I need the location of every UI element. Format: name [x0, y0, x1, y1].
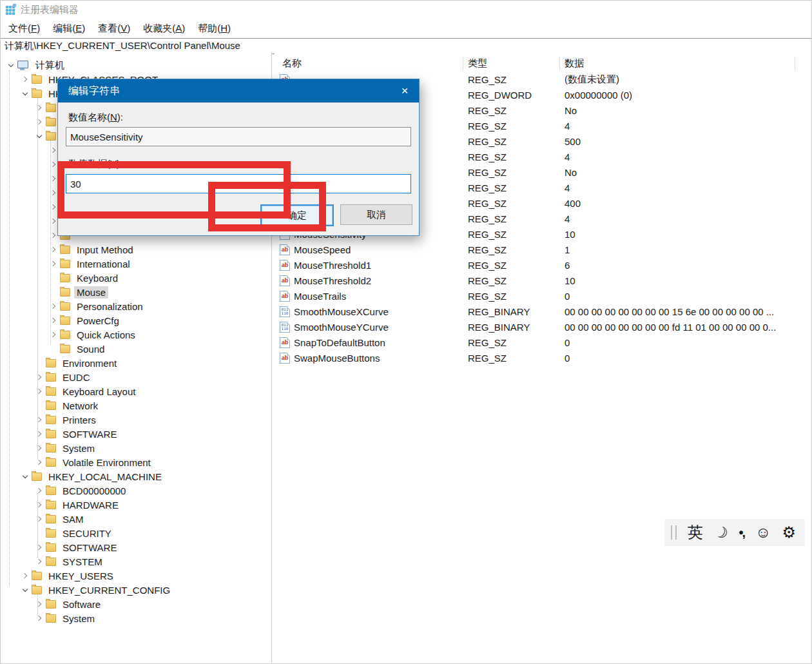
- value-row-SwapMouseButtons[interactable]: abSwapMouseButtonsREG_SZ0: [275, 350, 812, 366]
- chevron-right-icon[interactable]: [48, 299, 59, 313]
- chevron-down-icon[interactable]: [20, 469, 30, 483]
- column-separator[interactable]: [795, 57, 795, 70]
- folder-icon: [46, 359, 56, 367]
- tree-item-printers[interactable]: Printers: [1, 413, 271, 427]
- value-row-SmoothMouseYCurve[interactable]: 011110SmoothMouseYCurveREG_BINARY00 00 0…: [275, 319, 812, 335]
- chevron-right-icon[interactable]: [34, 554, 44, 569]
- tree-item-hardware[interactable]: HARDWARE: [1, 498, 271, 512]
- tree-item-hkey-users[interactable]: HKEY_USERS: [1, 569, 271, 583]
- tree-item-software[interactable]: SOFTWARE: [1, 540, 271, 554]
- chevron-right-icon[interactable]: [34, 115, 44, 129]
- value-row-SmoothMouseXCurve[interactable]: 011110SmoothMouseXCurveREG_BINARY00 00 0…: [275, 304, 812, 319]
- chevron-right-icon[interactable]: [20, 72, 30, 86]
- value-type-text: REG_SZ: [468, 335, 507, 350]
- value-row-SnapToDefaultButton[interactable]: abSnapToDefaultButtonREG_SZ0: [275, 335, 812, 350]
- moon-icon[interactable]: ☽: [711, 523, 730, 543]
- registry-app-icon: [6, 5, 15, 15]
- tree-item-keyboard-layout[interactable]: Keyboard Layout: [1, 384, 271, 398]
- tree-item-environment[interactable]: Environment: [1, 356, 271, 370]
- column-separator[interactable]: [463, 57, 463, 70]
- ime-language-button[interactable]: 英: [688, 525, 703, 540]
- cancel-button[interactable]: 取消: [340, 204, 412, 225]
- chevron-right-icon[interactable]: [34, 483, 44, 498]
- menu-item-A[interactable]: 收藏夹(A): [137, 20, 191, 37]
- close-icon[interactable]: ×: [391, 79, 419, 103]
- menu-label-pre: 帮助(: [198, 23, 220, 34]
- menu-accelerator: F: [31, 23, 37, 34]
- folder-icon: [46, 487, 56, 495]
- tree-item-hkey-current-config[interactable]: HKEY_CURRENT_CONFIG: [1, 583, 271, 597]
- tree-item-powercfg[interactable]: PowerCfg: [1, 313, 271, 327]
- tree-item-software[interactable]: Software: [1, 597, 271, 611]
- value-row-MouseSpeed[interactable]: abMouseSpeedREG_SZ1: [275, 242, 812, 257]
- value-name-text: MouseTrails: [294, 291, 346, 302]
- tree-item-personalization[interactable]: Personalization: [1, 299, 271, 313]
- chevron-right-icon[interactable]: [34, 427, 44, 441]
- tree-item-system[interactable]: System: [1, 611, 271, 625]
- tree-item-eudc[interactable]: EUDC: [1, 370, 271, 384]
- value-row-MouseThreshold2[interactable]: abMouseThreshold2REG_SZ10: [275, 273, 812, 288]
- chevron-right-icon[interactable]: [48, 313, 59, 327]
- tree-item-label: BCD00000000: [60, 485, 128, 497]
- chevron-right-icon[interactable]: [48, 257, 59, 271]
- tree-item-sam[interactable]: SAM: [1, 512, 271, 526]
- tree-item-network[interactable]: Network: [1, 398, 271, 413]
- menu-label-post: ): [37, 23, 40, 34]
- value-row-MouseThreshold1[interactable]: abMouseThreshold1REG_SZ6: [275, 257, 812, 273]
- chevron-right-icon[interactable]: [34, 370, 44, 384]
- tree-item-system[interactable]: System: [1, 441, 271, 455]
- menu-item-V[interactable]: 查看(V): [92, 20, 137, 37]
- emoji-icon[interactable]: ☺: [755, 525, 771, 540]
- tree-item-bcd00000000[interactable]: BCD00000000: [1, 483, 271, 498]
- dialog-title-bar[interactable]: 编辑字符串: [58, 79, 419, 103]
- tree-item-quick-actions[interactable]: Quick Actions: [1, 327, 271, 342]
- chevron-right-icon[interactable]: [34, 611, 44, 625]
- ime-drag-handle-icon[interactable]: [671, 525, 677, 540]
- chevron-down-icon[interactable]: [6, 58, 16, 72]
- folder-icon: [32, 473, 42, 481]
- column-header-type[interactable]: 类型: [468, 55, 487, 71]
- value-name-cell: abMouseSpeed: [280, 242, 351, 257]
- tree-item-security[interactable]: SECURITY: [1, 526, 271, 540]
- tree-item-system[interactable]: SYSTEM: [1, 554, 271, 569]
- chevron-down-icon[interactable]: [20, 583, 30, 597]
- value-row-MouseTrails[interactable]: abMouseTrailsREG_SZ0: [275, 288, 812, 304]
- chevron-right-icon[interactable]: [34, 101, 44, 115]
- tree-item-keyboard[interactable]: Keyboard: [1, 271, 271, 285]
- tree-item-label: System: [60, 612, 97, 625]
- chevron-right-icon[interactable]: [48, 327, 59, 342]
- chevron-down-icon[interactable]: [20, 86, 30, 101]
- value-data-text: 0: [565, 288, 570, 304]
- column-separator[interactable]: [559, 57, 560, 70]
- tree-item-software[interactable]: SOFTWARE: [1, 427, 271, 441]
- tree-item-volatile-environment[interactable]: Volatile Environment: [1, 455, 271, 469]
- chevron-right-icon[interactable]: [34, 384, 44, 398]
- chevron-right-icon[interactable]: [34, 512, 44, 526]
- column-header-name[interactable]: 名称: [282, 55, 302, 71]
- folder-icon: [32, 90, 42, 98]
- menu-item-E[interactable]: 编辑(E): [46, 20, 92, 37]
- chevron-right-icon[interactable]: [34, 498, 44, 512]
- chevron-right-icon[interactable]: [34, 455, 44, 469]
- tree-item-hkey-local-machine[interactable]: HKEY_LOCAL_MACHINE: [1, 469, 271, 483]
- tree-item-计算机[interactable]: 计算机: [1, 58, 271, 72]
- column-header-data[interactable]: 数据: [565, 55, 584, 71]
- value-name-field[interactable]: MouseSensitivity: [66, 127, 411, 146]
- chevron-right-icon[interactable]: [34, 413, 44, 427]
- gear-icon[interactable]: ⚙: [782, 525, 797, 540]
- chevron-right-icon[interactable]: [48, 242, 59, 257]
- tree-item-international[interactable]: International: [1, 257, 271, 271]
- chevron-down-icon[interactable]: [34, 129, 44, 143]
- punctuation-icon[interactable]: •,: [739, 526, 745, 539]
- value-name-cell: abSnapToDefaultButton: [280, 335, 385, 350]
- menu-item-H[interactable]: 帮助(H): [191, 20, 237, 37]
- chevron-right-icon[interactable]: [20, 569, 30, 583]
- chevron-right-icon[interactable]: [34, 540, 44, 554]
- tree-item-sound[interactable]: Sound: [1, 342, 271, 356]
- value-data-text: 4: [565, 211, 570, 226]
- chevron-right-icon[interactable]: [34, 597, 44, 611]
- menu-item-F[interactable]: 文件(F): [2, 20, 46, 37]
- tree-item-input-method[interactable]: Input Method: [1, 242, 271, 257]
- chevron-right-icon[interactable]: [34, 441, 44, 455]
- tree-item-mouse[interactable]: Mouse: [1, 285, 271, 299]
